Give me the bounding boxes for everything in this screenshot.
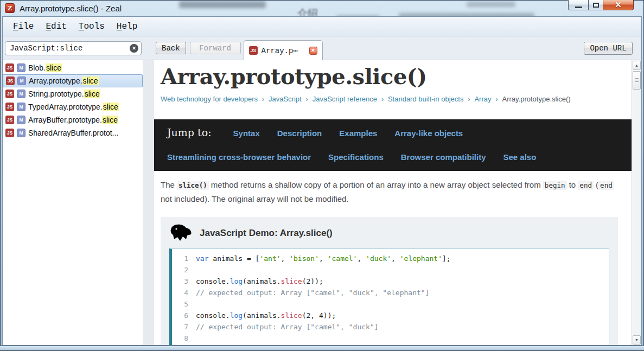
search-result-item[interactable]: JSMString.prototype.slice <box>3 87 143 100</box>
titlebar[interactable]: 介绍 Z Array.prototype.slice() - Zeal ✕ <box>0 0 644 16</box>
main-area: Array.prototype.slice() Web technology f… <box>154 60 641 345</box>
search-clear-icon[interactable]: ✕ <box>130 44 138 53</box>
search-result-item[interactable]: JSMArray.prototype.slice <box>3 74 143 87</box>
search-result-item[interactable]: JSMArrayBuffer.prototype.slice <box>3 113 143 126</box>
menu-file[interactable]: File <box>7 19 40 34</box>
jump-link[interactable]: See also <box>503 152 536 162</box>
code-token: 'elephant' <box>400 254 442 263</box>
intro-paragraph: The slice() method returns a shallow cop… <box>161 178 623 206</box>
result-label: TypedArray.prototype.slice <box>28 103 119 111</box>
window-bottom-border <box>0 346 644 351</box>
maximize-button[interactable] <box>588 0 603 10</box>
method-type-icon: M <box>17 116 25 124</box>
method-type-icon: M <box>17 76 26 85</box>
search-results-list: JSMBlob.sliceJSMArray.prototype.sliceJSM… <box>3 61 143 139</box>
code-token: slice <box>281 277 302 285</box>
code-line: 6console.log(animals.slice(2, 4)); <box>172 310 609 321</box>
search-input[interactable] <box>5 41 142 55</box>
code-token: console. <box>196 311 230 320</box>
javascript-docset-icon: JS <box>5 90 14 98</box>
breadcrumb-link[interactable]: Array <box>474 95 491 103</box>
code-token: , <box>281 254 290 263</box>
jump-link[interactable]: Examples <box>339 129 377 138</box>
inline-code: slice() <box>177 181 209 190</box>
code-line: 8 <box>172 333 609 344</box>
scrollbar-thumb[interactable] <box>633 71 641 90</box>
code-line: 7// expected output: Array ["camel", "du… <box>172 321 609 333</box>
tab-array-prototype-slice[interactable]: JS Array.p⋯ ✕ <box>244 40 323 60</box>
background-glimpse-text: 介绍 <box>297 7 318 16</box>
breadcrumb-link[interactable]: Web technology for developers <box>161 95 258 103</box>
code-token: 'duck' <box>366 254 391 263</box>
inline-code: end <box>598 181 614 190</box>
code-line: 3console.log(animals.slice(2)); <box>172 276 609 287</box>
code-tokens: console.log(animals.slice(2, 4)); <box>196 310 336 321</box>
method-type-icon: M <box>17 90 25 98</box>
chevron-right-icon: › <box>381 95 384 103</box>
sidebar-results: JSMBlob.sliceJSMArray.prototype.sliceJSM… <box>3 60 143 345</box>
search-result-item[interactable]: JSMTypedArray.prototype.slice <box>3 100 143 113</box>
jump-link[interactable]: Description <box>277 129 322 138</box>
back-button[interactable]: Back <box>156 42 186 54</box>
code-token: log <box>230 277 243 285</box>
menu-help[interactable]: Help <box>111 19 143 34</box>
maximize-icon <box>593 3 599 8</box>
scroll-down-icon[interactable]: ▼ <box>633 335 641 344</box>
menu-edit[interactable]: Edit <box>40 19 72 34</box>
breadcrumb-link[interactable]: JavaScript <box>269 95 302 103</box>
zeal-app-icon: Z <box>5 3 15 13</box>
demo-box: JavaScript Demo: Array.slice() 1var anim… <box>161 217 618 345</box>
search-result-item[interactable]: JSMSharedArrayBuffer.protot... <box>3 126 143 139</box>
code-lines: 1var animals = ['ant', 'bison', 'camel',… <box>172 253 609 345</box>
scrollbar-track[interactable] <box>632 90 641 335</box>
code-line: 2 <box>172 264 609 276</box>
chevron-right-icon: › <box>306 95 308 103</box>
demo-title: JavaScript Demo: Array.slice() <box>200 228 333 239</box>
jump-row-1: Jump to: SyntaxDescriptionExamplesArray-… <box>167 126 624 138</box>
minimize-button[interactable] <box>568 0 588 10</box>
breadcrumb-link[interactable]: Standard built-in objects <box>388 95 463 103</box>
body-row: JSMBlob.sliceJSMArray.prototype.sliceJSM… <box>3 60 641 345</box>
window-controls: ✕ <box>568 0 634 10</box>
result-label: Array.prototype.slice <box>29 76 99 85</box>
open-url-button[interactable]: Open URL <box>584 42 633 55</box>
code-token: (2)); <box>302 277 323 285</box>
inline-code: begin <box>543 181 567 190</box>
code-token: , <box>319 254 328 263</box>
code-token: var <box>196 254 208 263</box>
method-type-icon: M <box>17 129 25 137</box>
code-token: 'ant' <box>259 254 280 263</box>
jump-to-label: Jump to: <box>167 126 212 138</box>
vertical-scrollbar[interactable]: ▲ ▼ <box>632 60 641 345</box>
jump-link[interactable]: Syntax <box>233 129 260 138</box>
code-token: 'bison' <box>289 254 319 263</box>
match-highlight: slice <box>46 63 62 72</box>
jump-link[interactable]: Streamlining cross-browser behavior <box>167 152 311 162</box>
demo-header: JavaScript Demo: Array.slice() <box>169 224 609 242</box>
result-label: Blob.slice <box>28 63 62 72</box>
background-blur-decoration <box>467 2 515 7</box>
jump-link[interactable]: Specifications <box>328 152 384 162</box>
jump-link[interactable]: Array-like objects <box>394 129 463 138</box>
close-button[interactable]: ✕ <box>603 0 634 10</box>
client-area: FileEditToolsHelp ✕ Back Forward JS Arra… <box>2 16 642 346</box>
tab-close-icon[interactable]: ✕ <box>309 47 317 55</box>
code-editor[interactable]: 1var animals = ['ant', 'bison', 'camel',… <box>169 248 609 345</box>
search-wrap: ✕ <box>5 41 142 55</box>
code-line: 5 <box>172 298 609 310</box>
forward-button[interactable]: Forward <box>190 42 241 54</box>
match-highlight: slice <box>84 90 100 98</box>
code-token: // expected output: Array ["camel", "duc… <box>196 323 379 331</box>
code-token: , <box>357 254 366 263</box>
jump-link[interactable]: Browser compatibility <box>401 152 486 162</box>
jump-row-2: Streamlining cross-browser behaviorSpeci… <box>167 152 624 162</box>
scroll-up-icon[interactable]: ▲ <box>633 61 641 70</box>
code-line: 9console.log(animals.slice(1, 5)); <box>172 344 609 345</box>
menu-tools[interactable]: Tools <box>73 19 111 34</box>
code-tokens: // expected output: Array ["camel", "duc… <box>196 321 379 333</box>
search-result-item[interactable]: JSMBlob.slice <box>3 61 143 74</box>
sidebar-splitter[interactable] <box>143 60 154 345</box>
breadcrumb-link[interactable]: JavaScript reference <box>313 95 377 103</box>
javascript-docset-icon: JS <box>249 46 258 55</box>
code-tokens: var animals = ['ant', 'bison', 'camel', … <box>196 253 451 264</box>
